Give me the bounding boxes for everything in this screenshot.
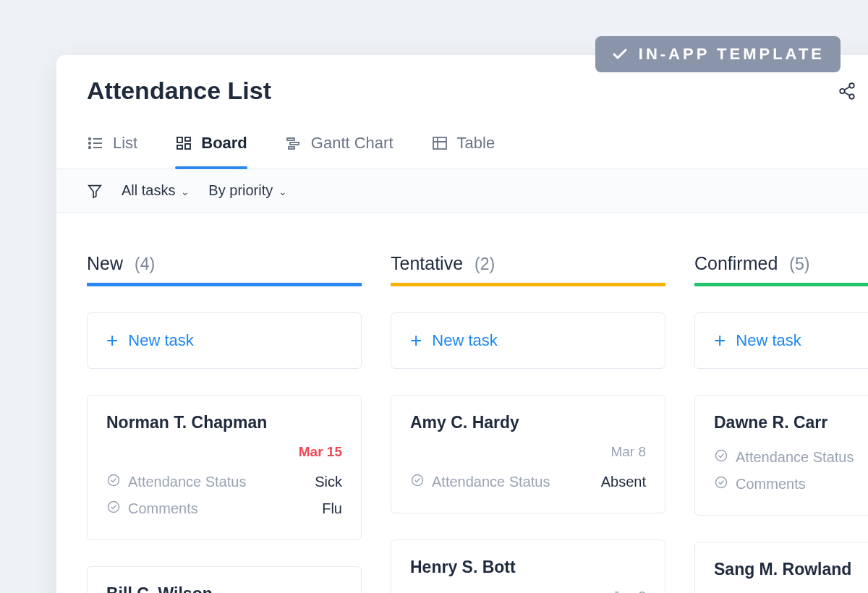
app-window: Attendance List Priv List Board Gantt Ch… [56, 55, 868, 593]
svg-point-24 [412, 475, 423, 486]
list-icon [87, 135, 104, 152]
in-app-template-badge: IN-APP TEMPLATE [595, 36, 841, 72]
check-circle-icon [410, 473, 425, 491]
field-comments: Comments Flu [106, 495, 342, 522]
task-name: Dawne R. Carr [714, 413, 868, 432]
svg-line-3 [844, 87, 849, 90]
task-name: Bill C. Wilson [106, 584, 342, 593]
check-circle-icon [714, 448, 728, 466]
board-column: Tentative (2) + New task Amy C. HardyMar… [391, 253, 665, 593]
filter-by-priority[interactable]: By priority ⌄ [208, 182, 287, 199]
new-task-button[interactable]: + New task [694, 312, 868, 369]
svg-point-1 [840, 88, 845, 93]
field-value: Flu [322, 500, 342, 517]
field-label: Comments [736, 476, 806, 492]
filter-all-tasks[interactable]: All tasks ⌄ [122, 182, 190, 199]
svg-rect-15 [287, 138, 294, 140]
field-label: Attendance Status [736, 449, 854, 466]
field-attendance-status: Attendance Status Absent [410, 469, 646, 495]
task-card[interactable]: Dawne R. Carr Attendance Status Comments [694, 395, 868, 516]
field-attendance-status: Attendance Status [714, 444, 868, 471]
svg-rect-17 [289, 147, 294, 149]
field-value: Absent [601, 474, 646, 490]
tab-gantt[interactable]: Gantt Chart [285, 134, 393, 168]
chevron-down-icon: ⌄ [178, 186, 190, 197]
svg-point-25 [716, 451, 727, 461]
plus-icon: + [410, 330, 422, 351]
svg-point-26 [716, 477, 727, 488]
new-task-label: New task [432, 331, 497, 350]
svg-point-6 [89, 142, 91, 145]
new-task-button[interactable]: + New task [87, 312, 362, 369]
task-name: Norman T. Chapman [106, 413, 342, 432]
column-name: Confirmed [694, 253, 778, 274]
new-task-label: New task [128, 331, 193, 350]
svg-line-4 [844, 92, 849, 95]
new-task-label: New task [736, 331, 801, 350]
task-card[interactable]: Sang M. Rowland [694, 542, 868, 593]
column-header: Confirmed (5) [694, 253, 868, 286]
board-area: New (4) + New task Norman T. ChapmanMar … [56, 213, 868, 593]
tab-table[interactable]: Table [431, 134, 495, 168]
task-name: Sang M. Rowland [714, 560, 868, 579]
task-card[interactable]: Henry S. BottJan 3 [391, 539, 665, 593]
board-column: Confirmed (5) + New task Dawne R. Carr A… [694, 253, 868, 593]
field-comments: Comments [714, 471, 868, 498]
svg-rect-12 [177, 145, 182, 149]
column-name: Tentative [391, 253, 463, 274]
svg-point-22 [109, 475, 119, 486]
column-header: Tentative (2) [391, 253, 665, 286]
task-date: Mar 15 [106, 444, 342, 460]
check-circle-icon [714, 475, 728, 493]
svg-point-2 [849, 94, 854, 99]
plus-icon: + [714, 330, 726, 351]
svg-rect-18 [433, 137, 446, 149]
field-label: Attendance Status [128, 474, 246, 490]
chevron-down-icon: ⌄ [276, 186, 287, 197]
tab-label: Table [457, 134, 495, 153]
svg-rect-14 [185, 144, 190, 149]
field-label: Comments [128, 500, 198, 517]
svg-point-5 [89, 138, 91, 140]
board-column: New (4) + New task Norman T. ChapmanMar … [87, 253, 362, 593]
task-card[interactable]: Norman T. ChapmanMar 15 Attendance Statu… [87, 395, 362, 540]
header-actions: Priv [838, 82, 868, 101]
tab-board[interactable]: Board [175, 134, 247, 168]
gantt-icon [285, 135, 302, 152]
view-tabs: List Board Gantt Chart Table [56, 112, 868, 169]
column-header: New (4) [87, 253, 362, 286]
tab-list[interactable]: List [87, 134, 137, 168]
board-icon [175, 135, 192, 152]
task-card[interactable]: Amy C. HardyMar 8 Attendance Status Abse… [391, 395, 665, 513]
task-card[interactable]: Bill C. Wilson [87, 566, 362, 593]
check-circle-icon [106, 500, 121, 518]
column-count: (2) [475, 255, 495, 274]
new-task-button[interactable]: + New task [391, 312, 665, 369]
field-label: Attendance Status [432, 474, 550, 490]
task-date: Mar 8 [410, 444, 646, 460]
task-name: Amy C. Hardy [410, 413, 646, 432]
svg-point-0 [849, 83, 854, 88]
tab-label: Board [201, 134, 247, 153]
column-count: (4) [135, 255, 155, 274]
column-count: (5) [789, 255, 809, 274]
svg-marker-21 [89, 185, 101, 197]
svg-rect-11 [177, 137, 182, 142]
page-title: Attendance List [87, 77, 271, 105]
table-icon [431, 135, 448, 152]
svg-point-7 [89, 147, 91, 149]
share-icon[interactable] [838, 82, 856, 101]
tab-label: Gantt Chart [311, 134, 393, 153]
column-name: New [87, 253, 123, 274]
svg-point-23 [109, 502, 119, 513]
task-name: Henry S. Bott [410, 558, 646, 577]
filter-bar: All tasks ⌄ By priority ⌄ [56, 169, 868, 213]
check-circle-icon [106, 473, 121, 491]
tab-label: List [113, 134, 137, 153]
badge-label: IN-APP TEMPLATE [639, 45, 825, 64]
field-attendance-status: Attendance Status Sick [106, 469, 342, 495]
svg-rect-13 [185, 137, 190, 141]
plus-icon: + [106, 330, 118, 351]
svg-rect-16 [290, 142, 299, 145]
filter-icon[interactable] [87, 183, 103, 199]
